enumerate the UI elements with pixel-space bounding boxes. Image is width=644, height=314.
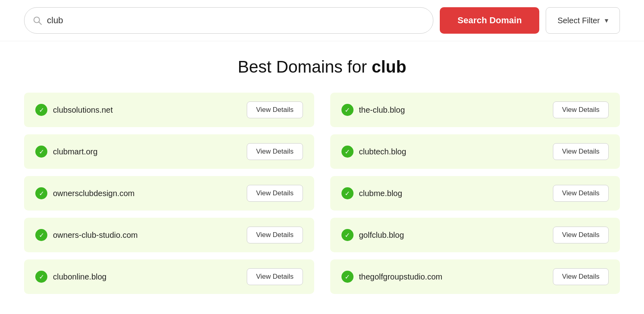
available-check-icon: ✓ (341, 146, 353, 158)
domain-item: ✓ clubtech.blog View Details (330, 134, 620, 169)
view-details-button[interactable]: View Details (553, 268, 609, 285)
domain-left: ✓ ownersclubdesign.com (35, 187, 134, 199)
select-filter-button[interactable]: Select Filter ▾ (546, 7, 620, 34)
title-prefix: Best Domains for (238, 57, 372, 76)
chevron-down-icon: ▾ (605, 16, 608, 25)
domain-item: ✓ clubme.blog View Details (330, 176, 620, 211)
domain-item: ✓ thegolfgroupstudio.com View Details (330, 259, 620, 294)
domain-name: clubonline.blog (53, 272, 106, 282)
available-check-icon: ✓ (341, 187, 353, 199)
main-content: Best Domains for club ✓ clubsolutions.ne… (0, 41, 644, 310)
domain-name: clubsolutions.net (53, 105, 113, 115)
view-details-button[interactable]: View Details (247, 185, 303, 202)
available-check-icon: ✓ (341, 271, 353, 283)
domain-left: ✓ thegolfgroupstudio.com (341, 271, 443, 283)
available-check-icon: ✓ (341, 229, 353, 241)
domain-name: ownersclubdesign.com (53, 189, 134, 198)
search-input[interactable] (47, 15, 425, 26)
domain-item: ✓ ownersclubdesign.com View Details (24, 176, 314, 211)
domain-name: owners-club-studio.com (53, 231, 138, 240)
domain-name: the-club.blog (359, 105, 405, 115)
svg-line-1 (39, 22, 41, 24)
available-check-icon: ✓ (35, 229, 47, 241)
domain-left: ✓ clubtech.blog (341, 146, 406, 158)
available-check-icon: ✓ (35, 271, 47, 283)
available-check-icon: ✓ (341, 104, 353, 116)
domain-left: ✓ clubonline.blog (35, 271, 106, 283)
search-wrapper (24, 7, 433, 34)
domain-item: ✓ clubsolutions.net View Details (24, 93, 314, 127)
domain-name: clubmart.org (53, 147, 98, 156)
filter-label: Select Filter (557, 16, 600, 25)
domain-left: ✓ clubsolutions.net (35, 104, 113, 116)
domains-grid: ✓ clubsolutions.net View Details ✓ the-c… (24, 93, 620, 294)
available-check-icon: ✓ (35, 187, 47, 199)
domain-name: clubtech.blog (359, 147, 406, 156)
available-check-icon: ✓ (35, 146, 47, 158)
title-query: club (372, 57, 406, 76)
view-details-button[interactable]: View Details (553, 143, 609, 160)
domain-left: ✓ the-club.blog (341, 104, 405, 116)
view-details-button[interactable]: View Details (553, 185, 609, 202)
domain-name: golfclub.blog (359, 231, 404, 240)
view-details-button[interactable]: View Details (247, 227, 303, 243)
domain-left: ✓ owners-club-studio.com (35, 229, 138, 241)
view-details-button[interactable]: View Details (247, 101, 303, 118)
view-details-button[interactable]: View Details (553, 227, 609, 243)
domain-name: thegolfgroupstudio.com (359, 272, 443, 282)
domain-item: ✓ clubonline.blog View Details (24, 259, 314, 294)
top-bar: Search Domain Select Filter ▾ (0, 0, 644, 41)
domain-left: ✓ clubmart.org (35, 146, 98, 158)
available-check-icon: ✓ (35, 104, 47, 116)
view-details-button[interactable]: View Details (553, 101, 609, 118)
view-details-button[interactable]: View Details (247, 268, 303, 285)
search-icon (33, 16, 42, 25)
page-title: Best Domains for club (24, 57, 620, 77)
view-details-button[interactable]: View Details (247, 143, 303, 160)
domain-item: ✓ the-club.blog View Details (330, 93, 620, 127)
domain-left: ✓ clubme.blog (341, 187, 402, 199)
domain-item: ✓ clubmart.org View Details (24, 134, 314, 169)
domain-item: ✓ golfclub.blog View Details (330, 218, 620, 252)
domain-name: clubme.blog (359, 189, 402, 198)
search-domain-button[interactable]: Search Domain (440, 7, 539, 34)
domain-item: ✓ owners-club-studio.com View Details (24, 218, 314, 252)
domain-left: ✓ golfclub.blog (341, 229, 404, 241)
